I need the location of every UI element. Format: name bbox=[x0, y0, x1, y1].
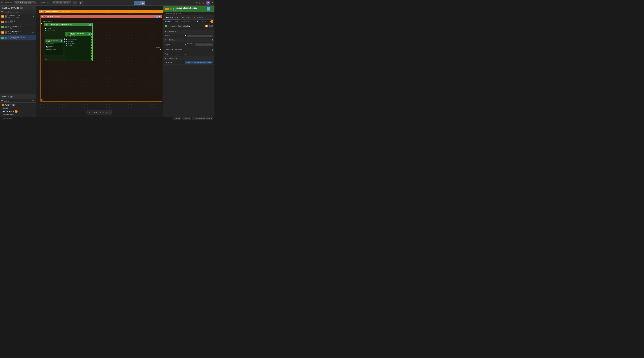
outline-item-actions-policy: + ○ bbox=[32, 37, 34, 39]
extra-icon: ≡ bbox=[167, 39, 168, 41]
subtab-qualifications[interactable]: Qualifications bbox=[180, 19, 192, 23]
collapse-arrow-policy[interactable]: ▼ bbox=[66, 33, 67, 35]
flask-btn[interactable]: ⚗ bbox=[140, 1, 146, 5]
assets-help-icon[interactable]: ? bbox=[33, 95, 34, 98]
zoom-out-btn[interactable]: − bbox=[88, 111, 92, 114]
assets-group-aws-s3[interactable]: aws AWS S3 3 bbox=[0, 103, 36, 107]
plus-icon-website[interactable]: + bbox=[32, 31, 33, 33]
prop-group-domain[interactable]: ▼ ≡ domain bbox=[163, 30, 214, 34]
prop-group-secrets[interactable]: ▼ ≡ secrets bbox=[163, 56, 214, 60]
status-bar: System Initiative ~ ~ Diff Total: 5 4 ✓ … bbox=[0, 117, 214, 120]
outline-item-sub-website: Bucket Website bbox=[8, 32, 31, 34]
assets-title: ASSETS bbox=[2, 96, 9, 98]
canvas-help-btn[interactable]: ? bbox=[104, 111, 106, 114]
outline-item-policy[interactable]: aws ⊞ demo.sysinitest.net p... Bucket Po… bbox=[0, 35, 36, 40]
prop-region-dot bbox=[185, 44, 186, 45]
comp-name: demo.sysinitest.net policy bbox=[168, 25, 204, 27]
east-title: us-east-1 bbox=[48, 16, 54, 17]
assets-search-input[interactable] bbox=[4, 100, 31, 102]
extra-info-icon[interactable]: ℹ bbox=[212, 39, 213, 41]
outline-item-website[interactable]: aws ⊞ demo.sysinitest.c... Bucket Websit… bbox=[0, 30, 36, 35]
comp-icon-copy[interactable]: ⧉ bbox=[209, 25, 211, 27]
east-sub: Region: 1 bbox=[55, 16, 61, 17]
grid-icon-bucket: ⊞ bbox=[5, 26, 7, 28]
prop-group-extra[interactable]: ▼ ≡ extra ℹ bbox=[163, 38, 214, 42]
settings-icon[interactable]: ⚙ bbox=[202, 1, 204, 4]
outline-item-name-sandbox: s-tools-sandbox bbox=[8, 14, 32, 16]
outline-item-text-bucket: demo.sysinitest.net Bucket bbox=[8, 25, 31, 29]
canvas-area[interactable]: ▼ ⊞ s-tools-sandbox AWS Credential: 1 ▼ … bbox=[36, 6, 163, 117]
outline-item-bucket[interactable]: aws ⊞ demo.sysinitest.net Bucket + ✓ bbox=[0, 24, 36, 30]
qual-total: Total: 5 bbox=[205, 118, 210, 120]
avatar[interactable]: P bbox=[206, 1, 210, 5]
help-icon[interactable]: ? bbox=[196, 1, 198, 4]
search-filter-icon[interactable]: ▾ bbox=[34, 11, 34, 13]
qual-badge[interactable]: ✓ Qualifications Total: 5 5 bbox=[192, 117, 213, 120]
discord-icon[interactable]: ◈ bbox=[199, 1, 201, 4]
config-bottom-icons: ✓ bbox=[61, 53, 62, 55]
node-website-config[interactable]: demo.sysinitest.net config + Bucket Webs… bbox=[45, 39, 63, 55]
avatar-arrow[interactable]: ▼ bbox=[212, 2, 213, 3]
changeset-icon-btn2[interactable]: 🗑 bbox=[79, 1, 83, 4]
right-header-icon: ⊞ bbox=[170, 7, 172, 10]
conn-dot-region bbox=[160, 49, 161, 50]
right-add-btn[interactable]: + bbox=[207, 7, 210, 10]
canvas-download-btn[interactable]: ↓ bbox=[108, 111, 111, 114]
plus-icon-bucket[interactable]: + bbox=[32, 26, 32, 28]
assets-filter-icon[interactable]: ▾ bbox=[34, 100, 34, 102]
node-sandbox[interactable]: ▼ ⊞ s-tools-sandbox AWS Credential: 1 ▼ … bbox=[39, 10, 163, 103]
collapse-arrow-east[interactable]: ▼ bbox=[42, 16, 44, 17]
subtab-debug[interactable]: Debug bbox=[200, 19, 208, 23]
asset-item-bucket[interactable]: Bucket bbox=[0, 107, 36, 109]
center-actions: 👤 ⚗ bbox=[134, 1, 146, 5]
outline-list: aws ⊞ s-tools-sandbox AWS Credential ✓ a… bbox=[0, 14, 36, 94]
node-bucket[interactable]: ▼ ⊞ demo.sysinitest.net Bucket: 2 + Regi… bbox=[44, 23, 93, 61]
outline-filter-icon[interactable]: ▾ bbox=[33, 7, 34, 9]
policy-add-btn[interactable]: + bbox=[88, 33, 90, 35]
search-input[interactable] bbox=[4, 11, 33, 13]
tab-resource[interactable]: RESOURCE bbox=[192, 15, 205, 19]
left-panel: DIAGRAM OUTLINE 5 ▾ 🔍 ▾ aws ⊞ s-tools-sa… bbox=[0, 6, 36, 117]
outline-item-sandbox[interactable]: aws ⊞ s-tools-sandbox AWS Credential ✓ bbox=[0, 14, 36, 19]
right-sub: Bucket Policy bbox=[173, 9, 206, 11]
config-dot-aws bbox=[46, 45, 47, 45]
changeset-selector[interactable]: S3 Website How-to bbox=[52, 1, 72, 4]
outline-count-badge: 5 bbox=[20, 7, 23, 9]
aws-icon-website: aws bbox=[1, 31, 4, 33]
zoom-in-btn[interactable]: + bbox=[99, 111, 102, 114]
debug-badge-container: 3 bbox=[209, 19, 214, 23]
user-btn[interactable]: 👤 bbox=[134, 1, 140, 5]
debug-count-badge: 3 bbox=[210, 20, 213, 23]
subtab-code[interactable]: Code bbox=[173, 19, 180, 23]
changeset-icon-btn1[interactable]: ⊞ bbox=[73, 1, 77, 4]
subtab-diff[interactable]: Diff + bbox=[192, 19, 200, 23]
config-port-bucket: Bucket Name bbox=[45, 46, 63, 47]
collapse-arrow-bucket[interactable]: ▼ bbox=[46, 24, 47, 26]
assets-clear-icon[interactable]: ✕ bbox=[32, 100, 33, 102]
asset-item-bucket-policy[interactable]: Bucket Policy 1 bbox=[0, 109, 36, 113]
node-us-east[interactable]: ▼ ⊞ us-east-1 Region: 1 + AWS Credential… bbox=[40, 15, 162, 102]
plus-icon-east[interactable]: + bbox=[32, 21, 32, 23]
collapse-arrow-sandbox[interactable]: ▼ bbox=[40, 11, 42, 12]
diff-badge-status[interactable]: ~ ~ Diff bbox=[174, 117, 181, 120]
outline-item-actions-website: + ○ bbox=[32, 31, 34, 33]
config-add-btn[interactable]: + bbox=[61, 40, 62, 41]
plus-icon-policy[interactable]: + bbox=[32, 37, 33, 39]
asset-item-bucket-website[interactable]: Bucket Website bbox=[0, 113, 36, 116]
extra-label: extra bbox=[169, 39, 174, 41]
east-add-btn[interactable]: + bbox=[156, 15, 158, 18]
tab-actions[interactable]: ACTIONS bbox=[180, 15, 192, 19]
workspace-selector[interactable]: Paul's Authoring Demo bbox=[14, 1, 36, 4]
subtab-attributes[interactable]: Attributes bbox=[163, 19, 173, 23]
diff-tilde: ~ bbox=[174, 118, 176, 120]
main-layout: DIAGRAM OUTLINE 5 ▾ 🔍 ▾ aws ⊞ s-tools-sa… bbox=[0, 6, 214, 117]
node-bucket-policy[interactable]: ▼ ⊞ demo.sysinitest.net policy + Bucket … bbox=[65, 32, 92, 60]
comp-icon-grid[interactable]: ⊞ bbox=[211, 25, 213, 27]
config-dot-region bbox=[46, 47, 47, 48]
bucket-add-btn[interactable]: + bbox=[89, 24, 91, 26]
prop-credential-label: credential bbox=[165, 61, 184, 63]
outline-item-east[interactable]: aws ⊞ us-east-1 Region + ✓ bbox=[0, 19, 36, 24]
circle-icon-policy: ○ bbox=[33, 37, 34, 39]
right-more-btn[interactable]: ⋮ bbox=[211, 7, 213, 10]
tab-component[interactable]: COMPONENT ✓ bbox=[163, 15, 180, 19]
